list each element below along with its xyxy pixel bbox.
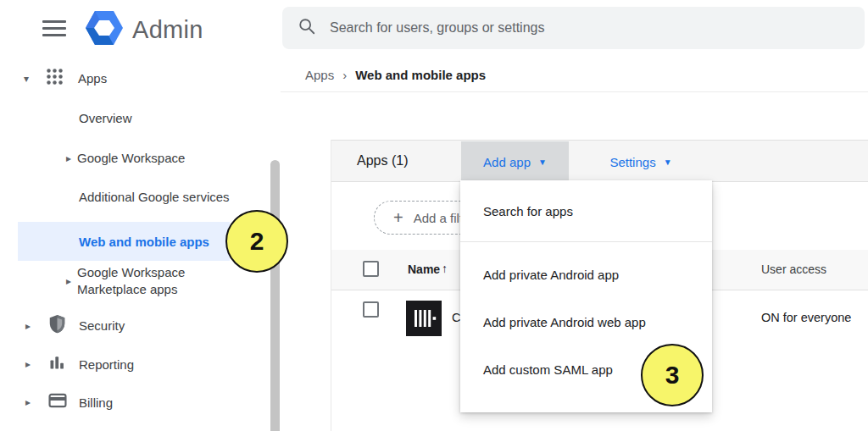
breadcrumb: Apps › Web and mobile apps <box>305 68 486 82</box>
sidebar-item-marketplace-apps[interactable]: ▸ Google Workspace Marketplace apps <box>66 264 204 299</box>
search-input[interactable] <box>330 20 804 36</box>
admin-logo[interactable]: Admin <box>85 10 203 49</box>
add-app-label: Add app <box>483 155 531 169</box>
sidebar-label-google-workspace: Google Workspace <box>77 151 185 165</box>
admin-console-screen: Admin Apps › Web and mobile apps ▾ Apps … <box>0 0 868 431</box>
shield-icon <box>48 314 79 337</box>
bar-chart-icon <box>48 354 79 374</box>
sidebar-label-overview: Overview <box>79 111 132 125</box>
sidebar-item-overview[interactable]: Overview <box>79 111 132 125</box>
sidebar-label-web-and-mobile-apps: Web and mobile apps <box>79 235 209 249</box>
settings-button[interactable]: Settings ▼ <box>594 141 687 182</box>
apps-grid-icon <box>46 68 78 89</box>
sidebar-item-security[interactable]: ▸ Security <box>25 314 125 337</box>
menu-item-add-private-android-app[interactable]: Add private Android app <box>460 251 712 298</box>
sidebar-item-reporting[interactable]: ▸ Reporting <box>25 354 134 374</box>
sidebar-item-billing[interactable]: ▸ Billing <box>25 393 113 412</box>
sidebar-item-additional-google-services[interactable]: Additional Google services <box>79 190 230 204</box>
annotation-step-3: 3 <box>641 344 704 406</box>
hamburger-menu-icon[interactable] <box>42 19 66 36</box>
sidebar-label-apps: Apps <box>78 71 107 86</box>
breadcrumb-parent[interactable]: Apps <box>305 68 334 82</box>
user-access-column-header: User access <box>761 262 826 276</box>
sidebar-label-billing: Billing <box>79 395 113 410</box>
annotation-step-2: 2 <box>225 210 288 273</box>
app-name[interactable]: C <box>452 311 460 324</box>
sidebar-label-marketplace-apps: Google Workspace Marketplace apps <box>77 264 204 299</box>
sidebar-item-web-and-mobile-apps[interactable]: Web and mobile apps <box>18 222 230 261</box>
credit-card-icon <box>48 393 79 412</box>
sidebar-label-reporting: Reporting <box>79 357 134 372</box>
settings-label: Settings <box>609 155 655 169</box>
dropdown-arrow-icon: ▼ <box>538 157 547 167</box>
add-app-button[interactable]: Add app ▼ <box>461 141 569 182</box>
chevron-right-icon[interactable]: ▸ <box>66 152 71 164</box>
global-search-bar[interactable] <box>282 7 865 49</box>
sidebar-label-security: Security <box>79 318 125 333</box>
chevron-right-icon[interactable]: ▸ <box>66 275 71 287</box>
admin-logo-text: Admin <box>132 16 203 44</box>
search-icon <box>298 17 316 39</box>
app-icon[interactable] <box>406 301 442 336</box>
sidebar-scrollbar[interactable] <box>270 160 280 431</box>
sort-ascending-icon[interactable]: ↑ <box>442 262 448 275</box>
select-all-checkbox[interactable] <box>363 261 379 277</box>
breadcrumb-current: Web and mobile apps <box>355 68 486 82</box>
menu-item-add-private-android-web-app[interactable]: Add private Android web app <box>460 298 712 345</box>
name-column-header[interactable]: Name <box>408 262 440 276</box>
chevron-right-icon[interactable]: ▸ <box>25 320 48 332</box>
dropdown-arrow-icon: ▼ <box>664 157 672 167</box>
apps-toolbar: Apps (1) Add app ▼ Settings ▼ <box>331 140 868 182</box>
user-access-value: ON for everyone <box>761 311 851 324</box>
row-checkbox[interactable] <box>363 301 379 318</box>
apps-count-title: Apps (1) <box>357 153 408 169</box>
plus-icon: + <box>393 208 403 228</box>
chevron-right-icon[interactable]: ▸ <box>25 396 48 408</box>
menu-item-search-for-apps[interactable]: Search for apps <box>460 180 712 241</box>
admin-hexagon-icon <box>85 10 124 49</box>
breadcrumb-separator: › <box>342 68 347 82</box>
chevron-down-icon[interactable]: ▾ <box>24 73 46 85</box>
sidebar-label-additional-google-services: Additional Google services <box>79 190 230 204</box>
chevron-right-icon[interactable]: ▸ <box>25 358 48 370</box>
sidebar-item-google-workspace[interactable]: ▸ Google Workspace <box>66 151 185 165</box>
sidebar-item-apps[interactable]: ▾ Apps <box>24 68 107 89</box>
breadcrumb-divider <box>281 91 868 92</box>
